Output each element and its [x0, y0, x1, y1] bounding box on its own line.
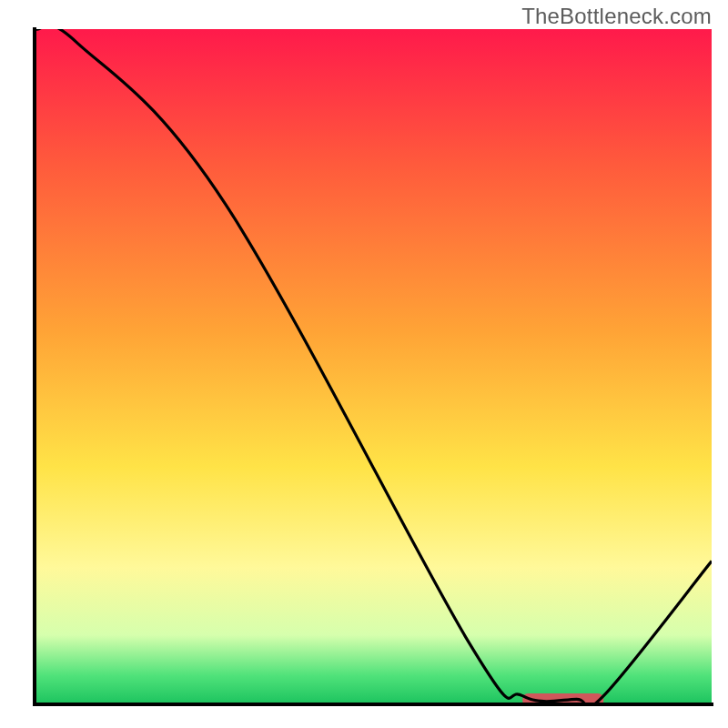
watermark-text: TheBottleneck.com [521, 4, 712, 29]
chart-container: TheBottleneck.com [0, 0, 728, 728]
gradient-background [36, 29, 712, 703]
bottleneck-chart [0, 0, 728, 728]
